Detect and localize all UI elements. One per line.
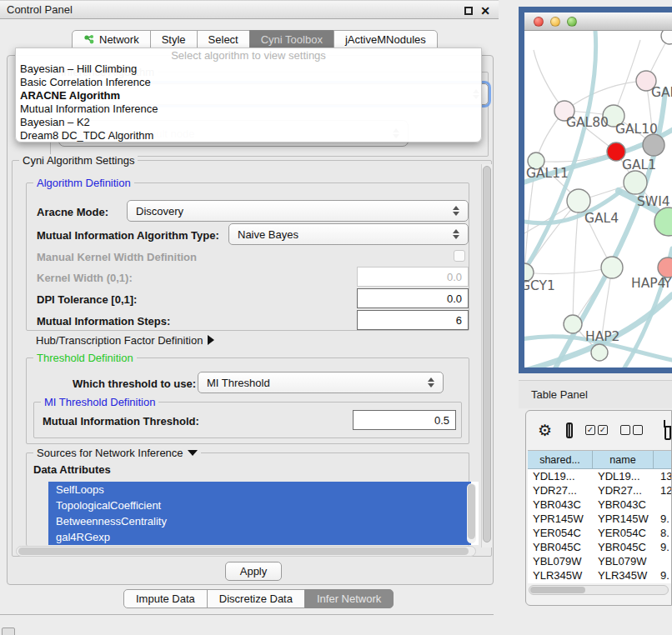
aracne-mode-combobox[interactable]: Discovery (127, 200, 469, 222)
settings-horizontal-scrollbar[interactable] (16, 546, 476, 557)
list-scrollbar[interactable] (467, 483, 476, 543)
data-attributes-list[interactable]: SelfLoopsTopologicalCoefficientBetweenne… (48, 482, 479, 545)
node-label: SWI4 (637, 194, 670, 209)
network-canvas[interactable]: GALGAL80GAL10GAL1GAL11SWI4GAL4GCY1HAP4YH… (524, 31, 672, 368)
column-header-2[interactable]: name (593, 451, 654, 469)
gear-icon[interactable]: ⚙ (538, 421, 552, 440)
table-cell (654, 498, 671, 512)
node-label: Y (663, 276, 672, 291)
network-node-hap4[interactable] (601, 257, 623, 278)
select-all-checkboxes-icon[interactable]: ✓✓ (585, 425, 608, 435)
data-attribute-item[interactable]: TopologicalCoefficient (48, 498, 471, 513)
table-horizontal-scrollbar[interactable] (529, 585, 669, 595)
zoom-traffic-light-icon[interactable] (567, 17, 577, 27)
close-icon[interactable]: ✕ (480, 7, 490, 15)
network-node[interactable] (643, 134, 664, 156)
hub-transcription-factor-expander[interactable]: Hub/Transcription Factor Definition (36, 334, 214, 347)
data-attribute-item[interactable]: SelfLoops (48, 482, 471, 498)
expand-right-icon (208, 335, 214, 345)
table-row[interactable]: YPR145WYPR145W9. (528, 512, 671, 526)
tab-select[interactable]: Select (197, 30, 250, 48)
tab-infer-network[interactable]: Infer Network (304, 589, 394, 608)
table-cell: 9. (654, 582, 671, 583)
table-toolbar: ⚙ ✓✓ (526, 416, 671, 444)
tab-impute-data[interactable]: Impute Data (123, 589, 208, 608)
close-traffic-light-icon[interactable] (534, 17, 544, 27)
threshold-definition-title: Threshold Definition (33, 352, 137, 364)
sources-group: Sources for Network Inference Data Attri… (26, 452, 469, 546)
network-node[interactable] (661, 31, 672, 44)
table-cell (654, 554, 671, 568)
control-panel-titlebar: Control Panel ✕ (0, 0, 499, 19)
data-attribute-item[interactable]: gal4RGexp (48, 529, 471, 545)
table-cell: 9. (654, 512, 671, 526)
collapse-down-icon[interactable] (188, 450, 198, 456)
table-cell: YDR27... (528, 483, 593, 498)
mi-algorithm-type-combobox[interactable]: Naive Bayes (228, 223, 469, 245)
table-row[interactable]: YBR043CYBR043C (528, 498, 671, 512)
tab-network[interactable]: Network (72, 30, 151, 48)
column-header-1[interactable]: shared... (528, 451, 593, 469)
document-icon[interactable] (664, 420, 671, 440)
algorithm-option[interactable]: Mutual Information Inference (16, 102, 481, 116)
settings-vertical-scrollbar[interactable] (481, 164, 492, 548)
network-graph-icon (83, 34, 95, 45)
algorithm-option[interactable]: Bayesian – Hill Climbing (16, 62, 481, 76)
network-node-hap2[interactable] (564, 315, 582, 333)
table-header-row: shared...nameA (528, 451, 671, 469)
table-row[interactable]: YBR045CYBR045C9. (528, 540, 671, 554)
minimize-traffic-light-icon[interactable] (550, 17, 560, 27)
network-window-titlebar[interactable] (524, 12, 672, 31)
split-columns-icon[interactable] (566, 422, 573, 438)
network-node-swi4[interactable] (624, 171, 647, 194)
mi-threshold-group-title: MI Threshold Definition (41, 396, 158, 408)
algorithm-option[interactable]: ARACNE Algorithm (16, 89, 481, 102)
network-node[interactable] (591, 344, 608, 361)
data-attribute-item[interactable]: BetweennessCentrality (48, 513, 471, 529)
tab-cyni-toolbox[interactable]: Cyni Toolbox (249, 30, 334, 48)
aracne-mode-label: Aracne Mode: (37, 206, 108, 218)
kernel-width-label: Kernel Width (0,1): (37, 272, 133, 284)
corner-mini-button[interactable] (2, 628, 15, 635)
algorithm-option[interactable]: Bayesian – K2 (16, 116, 481, 129)
table-cell: 8. (654, 526, 671, 540)
which-threshold-combobox[interactable]: MI Threshold (198, 372, 444, 393)
mi-steps-label: Mutual Information Steps: (37, 315, 170, 328)
deselect-all-checkboxes-icon[interactable] (620, 425, 643, 435)
table-cell: YPR145W (528, 512, 593, 526)
algorithm-option[interactable]: Basic Correlation Inference (16, 76, 481, 89)
panel-divider (0, 614, 494, 615)
tab-jactivemnodules[interactable]: jActiveMNodules (333, 30, 438, 48)
control-panel-title: Control Panel (7, 3, 73, 16)
network-edge[interactable] (524, 268, 612, 274)
mi-steps-field[interactable]: 6 (357, 310, 469, 330)
apply-button[interactable]: Apply (225, 562, 282, 581)
network-edge[interactable] (564, 81, 646, 111)
table-cell: 12 (654, 483, 671, 498)
tab-style[interactable]: Style (150, 30, 198, 48)
table-row[interactable]: YBL079WYBL079W (528, 554, 671, 568)
algorithm-option[interactable]: Dream8 DC_TDC Algorithm (16, 129, 481, 142)
node-label: HAP4 (631, 276, 665, 291)
control-panel-tabs: NetworkStyleSelectCyni ToolboxjActiveMNo… (72, 30, 438, 48)
table-row[interactable]: YIL052CYIL052C9. (528, 582, 671, 583)
network-node-y[interactable] (658, 258, 672, 278)
table-panel: ⚙ ✓✓ shared...nameA YDL19...YDL19...13YD… (525, 410, 672, 606)
table-cell: 9. (654, 540, 671, 554)
float-window-icon[interactable] (464, 7, 473, 15)
table-row[interactable]: YLR345WYLR345W9. (528, 568, 671, 582)
table-row[interactable]: YER054CYER054C8. (528, 526, 671, 540)
network-edge[interactable] (524, 201, 579, 272)
cyni-algorithm-settings-group: Cyni Algorithm Settings Algorithm Defini… (12, 160, 492, 557)
mi-threshold-field[interactable]: 0.5 (353, 410, 456, 430)
table-row[interactable]: YDL19...YDL19...13 (528, 469, 671, 483)
tab-discretize-data[interactable]: Discretize Data (207, 589, 305, 608)
mi-threshold-group: MI Threshold Definition Mutual Informati… (33, 402, 462, 438)
table-cell: YIL052C (528, 582, 593, 583)
table-cell: YBL079W (528, 554, 593, 568)
table-cell: YBR045C (593, 540, 654, 554)
table-row[interactable]: YDR27...YDR27...12 (528, 483, 671, 498)
dpi-tolerance-field[interactable]: 0.0 (357, 288, 469, 308)
column-header-3[interactable]: A (654, 451, 671, 469)
network-node-gal4[interactable] (567, 189, 590, 212)
